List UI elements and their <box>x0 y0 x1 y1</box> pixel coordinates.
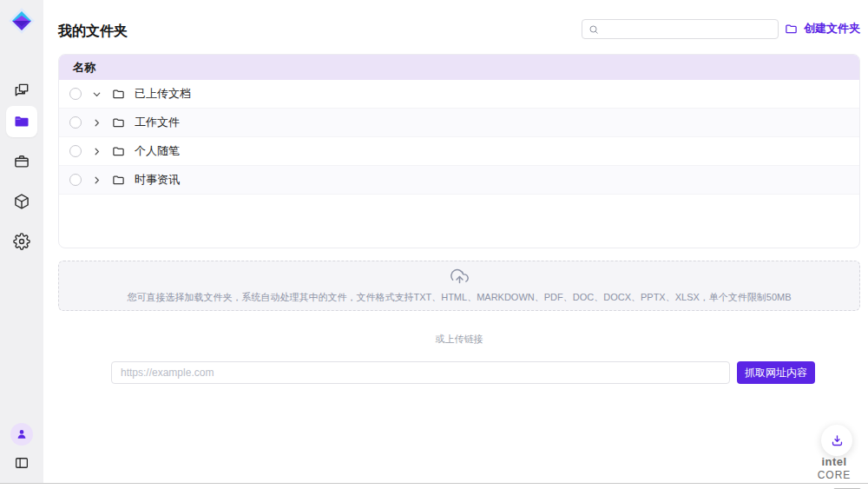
search-icon <box>589 24 599 35</box>
table-row[interactable]: 已上传文档 <box>59 80 859 109</box>
name-column-header: 名称 <box>73 60 95 76</box>
chevron-right-icon[interactable] <box>91 146 102 157</box>
row-checkbox[interactable] <box>69 145 82 157</box>
person-icon <box>16 428 28 440</box>
upload-hint-text: 您可直接选择加载文件夹，系统自动处理其中的文件，文件格式支持TXT、HTML、M… <box>59 291 859 304</box>
folder-icon <box>112 116 125 129</box>
folder-name[interactable]: 工作文件 <box>135 115 180 130</box>
settings-gear-icon[interactable] <box>13 233 30 250</box>
chevron-down-icon[interactable] <box>91 89 102 100</box>
chevron-right-icon[interactable] <box>91 175 102 186</box>
briefcase-icon[interactable] <box>13 153 30 170</box>
chat-icon[interactable] <box>13 82 30 99</box>
collapse-sidebar-icon[interactable] <box>14 455 30 471</box>
page-title: 我的文件夹 <box>58 23 128 41</box>
row-checkbox[interactable] <box>69 88 82 100</box>
folder-name[interactable]: 个人随笔 <box>135 143 180 159</box>
create-folder-label: 创建文件夹 <box>804 21 860 36</box>
folder-plus-icon <box>785 23 798 36</box>
chevron-right-icon[interactable] <box>91 117 102 129</box>
url-input[interactable] <box>111 361 730 384</box>
search-input[interactable] <box>604 23 772 36</box>
sidebar-item-folders[interactable] <box>6 106 37 137</box>
cube-icon[interactable] <box>13 193 30 210</box>
intel-wordmark: intel <box>821 455 846 468</box>
folder-name[interactable]: 已上传文档 <box>135 86 191 102</box>
table-row[interactable]: 个人随笔 <box>59 137 859 166</box>
sidebar <box>0 0 43 484</box>
upload-dropzone[interactable]: 您可直接选择加载文件夹，系统自动处理其中的文件，文件格式支持TXT、HTML、M… <box>58 261 860 311</box>
window-bottom-edge <box>0 483 868 484</box>
folder-icon <box>112 174 125 187</box>
user-avatar[interactable] <box>10 423 33 446</box>
table-row[interactable]: 工作文件 <box>59 109 859 137</box>
table-header: 名称 <box>59 55 859 80</box>
download-fab-button[interactable] <box>821 425 852 456</box>
folder-icon <box>112 88 125 101</box>
or-upload-link-label: 或上传链接 <box>58 333 860 346</box>
download-icon <box>830 433 845 448</box>
folder-icon <box>13 113 30 130</box>
fetch-url-button[interactable]: 抓取网址内容 <box>737 361 815 384</box>
folder-table: 名称 已上传文档 工作文件 <box>58 54 860 248</box>
folder-name[interactable]: 时事资讯 <box>135 172 180 188</box>
search-box[interactable] <box>582 19 779 39</box>
intel-core-logo: intel core ultra <box>806 455 863 489</box>
table-row[interactable]: 时事资讯 <box>59 166 859 195</box>
folder-icon <box>112 145 125 158</box>
row-checkbox[interactable] <box>69 174 82 186</box>
cloud-upload-icon <box>59 268 859 289</box>
app-window: 我的文件夹 创建文件夹 名称 已上传文档 <box>0 0 868 489</box>
app-logo-icon <box>8 7 36 35</box>
core-wordmark: core <box>818 469 852 481</box>
create-folder-button[interactable]: 创建文件夹 <box>785 21 860 36</box>
row-checkbox[interactable] <box>69 116 82 129</box>
